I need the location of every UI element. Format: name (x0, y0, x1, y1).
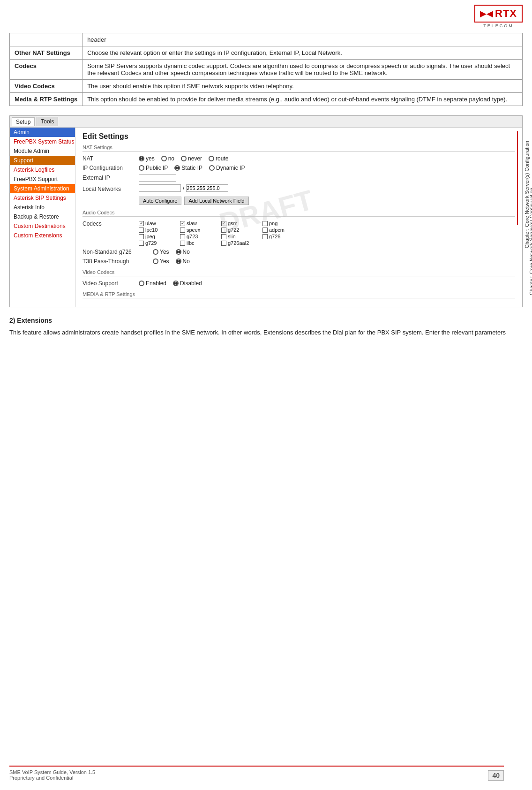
video-section-header: Video Codecs (82, 269, 515, 276)
ip-radio-public[interactable]: Public IP (139, 165, 168, 171)
table-row: Other NAT Settings Choose the relevant o… (10, 46, 523, 60)
codec-speex[interactable]: speex (180, 227, 217, 233)
nat-radio-never[interactable]: never (181, 155, 202, 162)
ip-public-label: Public IP (146, 165, 168, 171)
footer: SME VoIP System Guide, Version 1.5 Propr… (9, 769, 504, 781)
sidebar-item-asterisk-sip[interactable]: Asterisk SIP Settings (10, 193, 75, 203)
logo-brand: RTX (495, 8, 517, 20)
external-ip-label: External IP (82, 175, 134, 181)
table-cell-content: The user should enable this option if SM… (82, 80, 523, 93)
codec-jpeg[interactable]: jpeg (139, 234, 176, 239)
t38-radio-group: Yes No (153, 258, 190, 265)
sidebar-item-custom-destinations[interactable]: Custom Destinations (10, 221, 75, 231)
codec-adpcm[interactable]: adpcm (262, 227, 300, 233)
table-cell-label: Media & RTP Settings (10, 93, 82, 106)
auto-configure-button[interactable]: Auto Configure (139, 197, 181, 205)
table-row: Media & RTP Settings This option should … (10, 93, 523, 106)
table-cell-label (10, 33, 82, 46)
logo-subtitle: TELECOM (483, 23, 514, 28)
table-cell-content: This option should be enabled to provide… (82, 93, 523, 106)
checkbox-g726aal2 (221, 241, 226, 246)
t38-no[interactable]: No (176, 258, 190, 265)
checkbox-png (262, 221, 268, 226)
footer-line2: Proprietary and Confidential (9, 775, 95, 781)
ip-radio-group: Public IP Static IP Dynamic IP (139, 165, 245, 171)
local-network-input[interactable] (139, 184, 181, 192)
sidebar-item-asterisk-info[interactable]: Asterisk Info (10, 203, 75, 212)
ip-static-label: Static IP (181, 165, 202, 171)
sidebar-item-freepbx-status[interactable]: FreePBX System Status (10, 137, 75, 146)
nat-radio-yes[interactable]: yes (139, 155, 155, 162)
t38-yes[interactable]: Yes (153, 258, 169, 265)
local-networks-row: Local Networks / (82, 184, 515, 194)
nat-never-label: never (188, 155, 202, 162)
footer-line (9, 766, 504, 767)
nsg-no-label: No (183, 249, 190, 255)
info-table: header Other NAT Settings Choose the rel… (9, 33, 523, 106)
non-standard-no[interactable]: No (176, 249, 190, 255)
codec-png[interactable]: png (262, 220, 300, 226)
menu-item-setup[interactable]: Setup (12, 117, 35, 126)
codec-lpc10[interactable]: lpc10 (139, 227, 176, 233)
sidebar-item-support: Support (10, 156, 75, 165)
nat-label: NAT (82, 155, 134, 162)
checkbox-ulaw (139, 221, 144, 226)
checkbox-g729 (139, 241, 144, 246)
codec-gsm[interactable]: gsm (221, 220, 259, 226)
nat-no-label: no (168, 155, 174, 162)
nat-radio-no[interactable]: no (161, 155, 174, 162)
table-cell-label: Codecs (10, 60, 82, 80)
codec-g726[interactable]: g726 (262, 234, 300, 239)
sidebar-item-asterisk-logfiles[interactable]: Asterisk Logfiles (10, 165, 75, 175)
logo-box: ▶◀ RTX (474, 5, 523, 23)
codecs-label: Codecs (82, 220, 134, 227)
radio-dot-no (161, 156, 167, 161)
external-ip-input[interactable] (139, 174, 176, 182)
video-enabled[interactable]: Enabled (139, 280, 166, 287)
media-section-header: MEDIA & RTP Settings (82, 291, 515, 298)
non-standard-yes[interactable]: Yes (153, 249, 169, 255)
checkbox-lpc10 (139, 228, 144, 233)
sidebar-item-freepbx-support[interactable]: FreePBX Support (10, 175, 75, 184)
table-cell-content: header (82, 33, 523, 46)
sidebar-item-custom-extensions[interactable]: Custom Extensions (10, 231, 75, 240)
extensions-title: 2) Extensions (9, 317, 523, 324)
codec-slaw[interactable]: slaw (180, 220, 217, 226)
nat-yes-label: yes (146, 155, 155, 162)
radio-dot-nsg-no (176, 249, 181, 255)
radio-dot-dynamic (209, 165, 215, 171)
menu-item-tools[interactable]: Tools (37, 117, 58, 126)
checkbox-adpcm (262, 228, 268, 233)
add-local-network-button[interactable]: Add Local Network Field (184, 197, 248, 205)
subnet-input[interactable] (186, 184, 228, 192)
radio-dot-static (174, 165, 180, 171)
codec-g726aal2[interactable]: g726aal2 (221, 240, 259, 246)
video-radio-group: Enabled Disabled (139, 280, 202, 287)
nat-section-header: NAT Settings (82, 144, 515, 152)
codec-slin[interactable]: slin (221, 234, 259, 239)
nsg-yes-label: Yes (160, 249, 169, 255)
codec-g723[interactable]: g723 (180, 234, 217, 239)
radio-dot-yes (139, 156, 144, 161)
sidebar-item-module-admin[interactable]: Module Admin (10, 146, 75, 156)
ip-config-row: IP Configuration Public IP Static IP (82, 165, 515, 171)
radio-dot-route (209, 156, 214, 161)
nat-route-label: route (216, 155, 228, 162)
video-disabled[interactable]: Disabled (173, 280, 202, 287)
layout: Admin FreePBX System Status Module Admin… (10, 128, 522, 307)
menu-bar: Setup Tools (10, 116, 522, 128)
t38-no-label: No (183, 258, 190, 265)
table-cell-content: Choose the relevant option or enter the … (82, 46, 523, 60)
sidebar-item-admin[interactable]: Admin (10, 128, 75, 137)
footer-line1: SME VoIP System Guide, Version 1.5 (9, 769, 95, 775)
checkbox-slaw (180, 221, 185, 226)
codec-g729[interactable]: g729 (139, 240, 176, 246)
sidebar-item-backup-restore[interactable]: Backup & Restore (10, 212, 75, 221)
ip-radio-dynamic[interactable]: Dynamic IP (209, 165, 245, 171)
ip-radio-static[interactable]: Static IP (174, 165, 202, 171)
codec-ulaw[interactable]: ulaw (139, 220, 176, 226)
table-cell-label: Video Codecs (10, 80, 82, 93)
codec-ilbc[interactable]: ilbc (180, 240, 217, 246)
nat-radio-route[interactable]: route (209, 155, 228, 162)
codec-g722[interactable]: g722 (221, 227, 259, 233)
